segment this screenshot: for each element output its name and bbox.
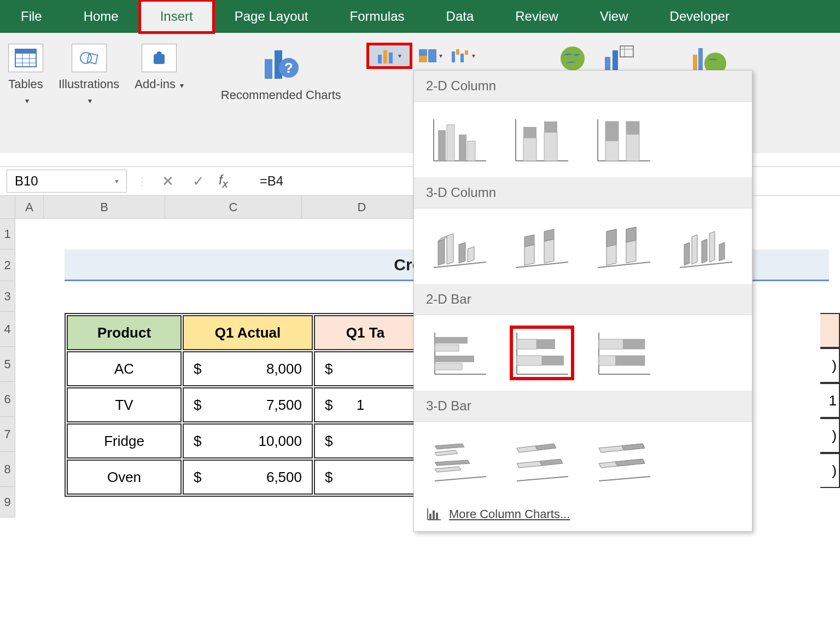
tab-file[interactable]: File — [0, 0, 63, 33]
svg-rect-14 — [378, 55, 382, 63]
row-header-6[interactable]: 6 — [0, 382, 15, 417]
chart-3d-clustered-column[interactable] — [429, 220, 491, 272]
tables-label: Tables▾ — [8, 77, 43, 107]
svg-rect-44 — [544, 121, 557, 132]
tab-formulas[interactable]: Formulas — [329, 0, 425, 33]
recommended-charts-label: Recommended Charts — [221, 88, 341, 103]
chart-3d-clustered-bar[interactable] — [429, 434, 491, 485]
svg-rect-43 — [544, 132, 557, 161]
chart-3d-stacked-bar[interactable] — [511, 434, 573, 485]
bar-chart-icon — [426, 507, 441, 521]
partial-column: ) 1 ) ) — [820, 313, 840, 488]
row-header-1[interactable]: 1 — [0, 219, 15, 249]
cancel-formula-button[interactable]: ✕ — [158, 171, 178, 191]
more-column-charts[interactable]: More Column Charts... — [414, 497, 752, 531]
formula-input[interactable]: =B4 — [260, 173, 283, 189]
svg-rect-48 — [605, 121, 619, 141]
row-header-7[interactable]: 7 — [0, 417, 15, 452]
chart-100-stacked-column[interactable] — [593, 114, 655, 165]
svg-rect-7 — [87, 54, 97, 64]
tab-review[interactable]: Review — [494, 0, 579, 33]
chart-3d-100-stacked-bar[interactable] — [593, 434, 655, 485]
col-header-B[interactable]: B — [44, 196, 165, 219]
svg-rect-59 — [435, 356, 474, 362]
row-header-8[interactable]: 8 — [0, 452, 15, 487]
svg-rect-57 — [435, 337, 468, 344]
tables-icon — [8, 44, 43, 72]
chart-type-dropdown: 2-D Column 3-D Column 2-D Bar — [413, 70, 752, 532]
svg-rect-25 — [605, 57, 610, 70]
name-box[interactable]: B10 ▾ — [7, 170, 127, 193]
row-header-2[interactable]: 2 — [0, 249, 15, 281]
svg-rect-10 — [265, 59, 272, 79]
svg-point-24 — [561, 47, 585, 71]
col-header-A[interactable]: A — [15, 196, 44, 219]
illustrations-icon — [72, 44, 107, 72]
svg-point-6 — [80, 53, 91, 63]
svg-rect-79 — [433, 510, 435, 520]
table-row[interactable]: Fridge $10,000 $ — [67, 423, 417, 458]
svg-rect-26 — [612, 50, 618, 70]
row-header-5[interactable]: 5 — [0, 347, 15, 382]
svg-rect-38 — [468, 141, 475, 161]
table-row[interactable]: AC $8,000 $ — [67, 351, 417, 386]
svg-rect-16 — [389, 53, 393, 63]
chart-3d-100-stacked-column[interactable] — [593, 220, 655, 272]
header-product[interactable]: Product — [67, 315, 182, 350]
group-illustrations[interactable]: Illustrations▾ — [59, 44, 119, 107]
data-table: Product Q1 Actual Q1 Ta AC $8,000 $ TV $… — [65, 313, 419, 497]
svg-rect-21 — [456, 49, 459, 55]
select-all-corner[interactable] — [0, 196, 15, 219]
group-tables[interactable]: Tables▾ — [8, 44, 43, 107]
svg-rect-65 — [517, 356, 542, 365]
chart-clustered-bar[interactable] — [429, 327, 491, 379]
header-q1-target[interactable]: Q1 Ta — [314, 315, 417, 350]
tab-data[interactable]: Data — [425, 0, 495, 33]
svg-rect-63 — [517, 339, 536, 349]
svg-rect-41 — [523, 138, 536, 161]
svg-rect-19 — [428, 49, 436, 62]
group-addins[interactable]: Add-ins ▾ — [135, 44, 183, 92]
table-row[interactable]: TV $7,500 $ 1 — [67, 387, 417, 422]
group-recommended-charts[interactable]: ? Recommended Charts — [221, 44, 341, 103]
chart-stacked-bar[interactable] — [511, 327, 573, 379]
table-row[interactable]: Oven $6,500 $ — [67, 460, 417, 495]
row-header-3[interactable]: 3 — [0, 281, 15, 312]
tab-insert[interactable]: Insert — [139, 0, 214, 33]
tab-page-layout[interactable]: Page Layout — [214, 0, 329, 33]
chevron-down-icon: ▾ — [398, 52, 401, 60]
col-header-D[interactable]: D — [302, 196, 422, 219]
chart-stacked-column[interactable] — [511, 114, 573, 165]
chart-3d-stacked-column[interactable] — [511, 220, 573, 272]
recommended-charts-icon: ? — [261, 44, 301, 83]
col-header-C[interactable]: C — [165, 196, 302, 219]
svg-rect-42 — [523, 127, 536, 138]
illustrations-label: Illustrations▾ — [59, 77, 119, 107]
tab-developer[interactable]: Developer — [649, 0, 750, 33]
enter-formula-button[interactable]: ✓ — [188, 171, 209, 191]
svg-rect-32 — [698, 48, 703, 71]
insert-column-chart-button[interactable]: ▾ — [368, 44, 411, 68]
svg-rect-70 — [623, 339, 645, 349]
svg-line-73 — [435, 477, 486, 481]
fx-icon[interactable]: fx — [219, 172, 228, 190]
svg-rect-23 — [465, 50, 468, 55]
insert-hierarchy-chart-button[interactable]: ▾ — [417, 47, 444, 65]
header-q1-actual[interactable]: Q1 Actual — [183, 315, 313, 350]
tab-home[interactable]: Home — [63, 0, 139, 33]
tab-view[interactable]: View — [579, 0, 649, 33]
section-3d-bar: 3-D Bar — [414, 391, 752, 422]
row-header-4[interactable]: 4 — [0, 312, 15, 347]
section-3d-column: 3-D Column — [414, 177, 752, 208]
chart-clustered-column[interactable] — [429, 114, 491, 165]
row-header-9[interactable]: 9 — [0, 487, 15, 518]
chart-100-stacked-bar[interactable] — [593, 327, 655, 379]
addins-label: Add-ins ▾ — [135, 77, 183, 92]
svg-point-9 — [156, 51, 162, 57]
svg-rect-80 — [436, 513, 438, 520]
chart-3d-column[interactable] — [675, 220, 737, 272]
svg-rect-15 — [383, 50, 387, 63]
svg-line-52 — [516, 262, 568, 268]
insert-waterfall-chart-button[interactable]: ▾ — [450, 47, 477, 65]
svg-rect-27 — [620, 46, 633, 57]
